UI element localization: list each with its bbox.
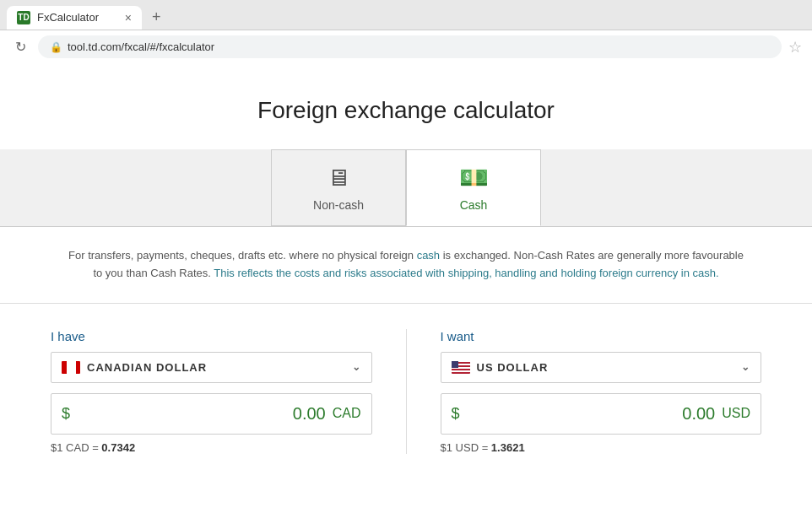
- ihave-currency-select[interactable]: CANADIAN DOLLAR ⌄: [51, 352, 372, 383]
- tab-bar: TD FxCalculator × +: [0, 0, 812, 30]
- noncash-icon: 🖥: [327, 164, 350, 192]
- ihave-amount-input[interactable]: [77, 394, 326, 434]
- iwant-rate: $1 USD = 1.3621: [441, 441, 762, 454]
- ihave-rate-value: 0.7342: [101, 441, 135, 454]
- ihave-chevron-icon: ⌄: [352, 361, 361, 373]
- address-field[interactable]: 🔒 tool.td.com/fxcal/#/fxcalculator: [38, 35, 782, 58]
- page-content: Foreign exchange calculator 🖥 Non-cash 💵…: [0, 63, 812, 502]
- ihave-column: I have CANADIAN DOLLAR ⌄ $ CAD $1 CAD = …: [34, 329, 407, 454]
- cash-label: Cash: [460, 198, 488, 212]
- iwant-amount-field[interactable]: $ USD: [441, 393, 762, 435]
- iwant-currency-name: US DOLLAR: [477, 361, 549, 374]
- info-text: For transfers, payments, cheques, drafts…: [0, 227, 812, 304]
- ihave-amount-currency: CAD: [333, 406, 361, 421]
- cash-icon: 💵: [459, 164, 489, 192]
- iwant-currency-select[interactable]: US DOLLAR ⌄: [441, 352, 762, 383]
- ihave-currency-name: CANADIAN DOLLAR: [87, 361, 207, 374]
- ihave-rate-label: $1 CAD =: [51, 441, 101, 454]
- url-text: tool.td.com/fxcal/#/fxcalculator: [68, 40, 214, 53]
- iwant-dollar-sign: $: [452, 405, 460, 423]
- iwant-amount-currency: USD: [722, 406, 750, 421]
- new-tab-button[interactable]: +: [145, 5, 168, 30]
- page-title: Foreign exchange calculator: [0, 63, 812, 149]
- info-text-part1: For transfers, payments, cheques, drafts…: [68, 249, 744, 279]
- iwant-rate-value: 1.3621: [491, 441, 525, 454]
- bookmark-button[interactable]: ☆: [788, 38, 802, 57]
- iwant-amount-input[interactable]: [467, 394, 716, 434]
- tab-close-btn[interactable]: ×: [125, 12, 132, 24]
- ihave-dollar-sign: $: [62, 405, 70, 423]
- iwant-rate-label: $1 USD =: [441, 441, 491, 454]
- iwant-column: I want US DOLLAR ⌄ $ USD $1 USD = 1.3621: [407, 329, 779, 454]
- noncash-label: Non-cash: [313, 198, 364, 212]
- calculator-tabs: 🖥 Non-cash 💵 Cash: [0, 149, 812, 227]
- iwant-chevron-icon: ⌄: [741, 361, 750, 373]
- tab-noncash[interactable]: 🖥 Non-cash: [271, 149, 406, 226]
- calc-form: I have CANADIAN DOLLAR ⌄ $ CAD $1 CAD = …: [0, 304, 812, 479]
- iwant-currency-left: US DOLLAR: [452, 361, 549, 374]
- ihave-label: I have: [51, 329, 372, 343]
- back-button[interactable]: ↻: [10, 37, 31, 57]
- tab-cash[interactable]: 💵 Cash: [406, 149, 541, 226]
- browser-chrome: TD FxCalculator × + ↻ 🔒 tool.td.com/fxca…: [0, 0, 812, 63]
- us-flag-icon: [452, 361, 470, 374]
- iwant-label: I want: [441, 329, 762, 343]
- lock-icon: 🔒: [50, 41, 62, 53]
- ihave-amount-field[interactable]: $ CAD: [51, 393, 372, 435]
- canada-flag-icon: [62, 361, 80, 374]
- address-bar: ↻ 🔒 tool.td.com/fxcal/#/fxcalculator ☆: [0, 30, 812, 63]
- tab-favicon: TD: [17, 11, 30, 24]
- ihave-currency-left: CANADIAN DOLLAR: [62, 361, 207, 374]
- tab-title: FxCalculator: [37, 11, 118, 24]
- browser-tab[interactable]: TD FxCalculator ×: [7, 6, 142, 30]
- ihave-rate: $1 CAD = 0.7342: [51, 441, 372, 454]
